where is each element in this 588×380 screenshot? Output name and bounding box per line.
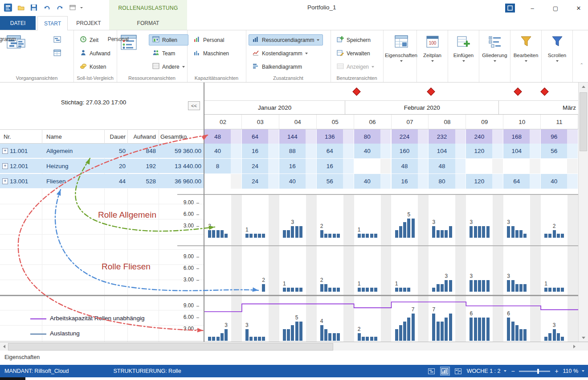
table-row-heizung[interactable]: + 12.001 Heizung 20 192 13 440.00 xyxy=(0,159,204,173)
histogram-bar xyxy=(374,337,377,341)
table-row-fliesen[interactable]: + 13.001 Fliesen 44 528 36 960.00 xyxy=(0,174,204,189)
verwalten-button[interactable]: Verwalten xyxy=(333,48,378,59)
histogram-bar xyxy=(337,333,340,341)
scroll-up-arrow[interactable] xyxy=(579,83,588,91)
app-logo-icon[interactable] xyxy=(3,2,13,13)
ressourcendiagramm-button[interactable]: Ressourcendiagramm xyxy=(249,34,323,45)
save-icon[interactable] xyxy=(29,2,39,13)
redo-icon[interactable] xyxy=(54,2,65,13)
zoom-slider-thumb[interactable] xyxy=(537,369,539,374)
histogram-bar xyxy=(258,234,261,238)
zeitplan-button[interactable]: 100 Zeitplan xyxy=(417,30,448,82)
histogram-bar xyxy=(437,230,440,238)
column-header-aufwand[interactable]: Aufwand xyxy=(127,130,156,143)
bearbeiten-button[interactable]: Bearbeiten xyxy=(510,30,542,82)
open-icon[interactable] xyxy=(16,2,26,13)
weekend-shade xyxy=(530,296,541,342)
histogram-bar xyxy=(407,318,410,341)
histogram-bar xyxy=(366,337,369,341)
zoom-out-button[interactable]: − xyxy=(510,368,515,375)
gliederung-button[interactable]: Gliederung xyxy=(479,30,510,82)
histogram-bar xyxy=(208,337,211,341)
scrollen-button[interactable]: Scrollen xyxy=(542,30,573,82)
pane-splitter[interactable] xyxy=(204,83,204,342)
column-header-name[interactable]: Name xyxy=(46,130,62,143)
tab-datei[interactable]: DATEI xyxy=(0,16,36,30)
cell-nr: 12.001 xyxy=(10,159,28,173)
maximize-button[interactable]: ▢ xyxy=(550,3,561,13)
balkendiagramm-zusatz-button[interactable]: Balkendiagramm xyxy=(249,61,323,72)
milestone-diamond[interactable] xyxy=(427,87,435,95)
histogram-bar xyxy=(486,318,490,341)
zoom-in-button[interactable]: + xyxy=(554,368,559,375)
kapazitaet-personal-button[interactable]: Personal xyxy=(190,34,233,45)
expand-icon[interactable]: + xyxy=(2,148,8,154)
window-mode-button[interactable] xyxy=(505,4,515,12)
maschinen-button[interactable]: Maschinen xyxy=(190,48,233,59)
qat-dropdown-icon[interactable] xyxy=(80,7,83,8)
table-row-allgemein[interactable]: + 11.001 Allgemein 50 848 59 360.00 xyxy=(0,144,204,158)
view-gantt-icon[interactable] xyxy=(427,367,437,376)
balkendiagramm-button[interactable]: Balkendiagramm xyxy=(6,34,26,53)
scroll-left-arrow[interactable] xyxy=(0,342,8,351)
rollen-button[interactable]: Rollen xyxy=(149,34,188,45)
cell-value: 96 xyxy=(541,129,567,144)
view-resource-icon[interactable] xyxy=(440,367,450,376)
horizontal-scrollbar[interactable] xyxy=(0,342,588,351)
scroll-down-arrow[interactable] xyxy=(579,334,588,342)
kosten-button[interactable]: Kosten xyxy=(76,61,114,72)
mini-gantt-icon[interactable] xyxy=(53,36,61,45)
vertical-scroll-thumb[interactable] xyxy=(580,92,587,151)
value-cell: 240 xyxy=(466,129,503,144)
tab-projekt[interactable]: PROJEKT xyxy=(69,16,108,30)
collapse-ribbon-icon[interactable]: ⌃ xyxy=(580,62,584,67)
zoom-slider[interactable] xyxy=(519,371,550,372)
close-button[interactable]: ✕ xyxy=(573,3,584,13)
window-style-icon[interactable] xyxy=(67,2,78,13)
andere-button[interactable]: Andere xyxy=(149,61,188,72)
milestone-diamond[interactable] xyxy=(353,87,361,95)
timescale-label[interactable]: WOCHE 1 : 2 xyxy=(467,368,501,374)
tab-format[interactable]: FORMAT xyxy=(109,16,187,30)
cell-value: 144 xyxy=(279,129,306,144)
histogram-bar xyxy=(299,226,302,238)
week-header: 08 xyxy=(429,115,466,129)
speichern-button[interactable]: Speichern xyxy=(333,34,378,45)
eigenschaften-button[interactable]: Eigenschaften xyxy=(386,30,417,82)
mini-table-icon[interactable] xyxy=(53,49,61,59)
personal-view-button[interactable]: Personal xyxy=(120,34,137,52)
bar-group-label: 5 xyxy=(295,314,298,321)
vertical-scrollbar[interactable] xyxy=(578,83,588,342)
weekend-fill xyxy=(492,129,503,144)
histogram-bar xyxy=(507,318,510,341)
cell-value: 104 xyxy=(429,144,455,158)
histogram-bar xyxy=(249,234,253,238)
horizontal-scroll-thumb[interactable] xyxy=(8,343,333,351)
chevron-down-icon[interactable] xyxy=(582,370,584,372)
cell-value: 64 xyxy=(317,144,343,158)
milestone-diamond[interactable] xyxy=(514,87,522,95)
chevron-down-icon[interactable] xyxy=(504,370,506,372)
undo-icon[interactable] xyxy=(41,2,52,13)
personal-view-label: Personal xyxy=(108,36,129,42)
view-split-icon[interactable] xyxy=(453,367,463,376)
collapse-pane-button[interactable]: << xyxy=(188,101,200,110)
tab-eigenschaften[interactable]: Eigenschaften xyxy=(4,354,40,360)
zoom-level-label[interactable]: 110 % xyxy=(563,368,578,374)
kostendiagramm-button[interactable]: Kostendiagramm xyxy=(249,48,323,59)
bar-group-label: 1 xyxy=(245,227,249,233)
aufwand-button[interactable]: Aufwand xyxy=(76,48,114,59)
column-header-gesamtkosten[interactable]: Gesamtko. xyxy=(160,130,188,143)
vorgang-mini-buttons xyxy=(53,36,61,59)
einfuegen-button[interactable]: Einfügen xyxy=(448,30,479,82)
histogram-bar xyxy=(437,322,440,341)
scroll-right-arrow[interactable] xyxy=(570,342,578,351)
expand-icon[interactable]: + xyxy=(2,163,8,169)
minimize-button[interactable]: – xyxy=(527,3,538,13)
tab-start[interactable]: START xyxy=(37,16,68,30)
expand-icon[interactable]: + xyxy=(2,178,8,184)
column-header-nr[interactable]: Nr. xyxy=(4,130,11,143)
milestone-diamond[interactable] xyxy=(541,87,549,95)
weekend-shade xyxy=(493,296,503,342)
team-button[interactable]: Team xyxy=(149,48,188,59)
